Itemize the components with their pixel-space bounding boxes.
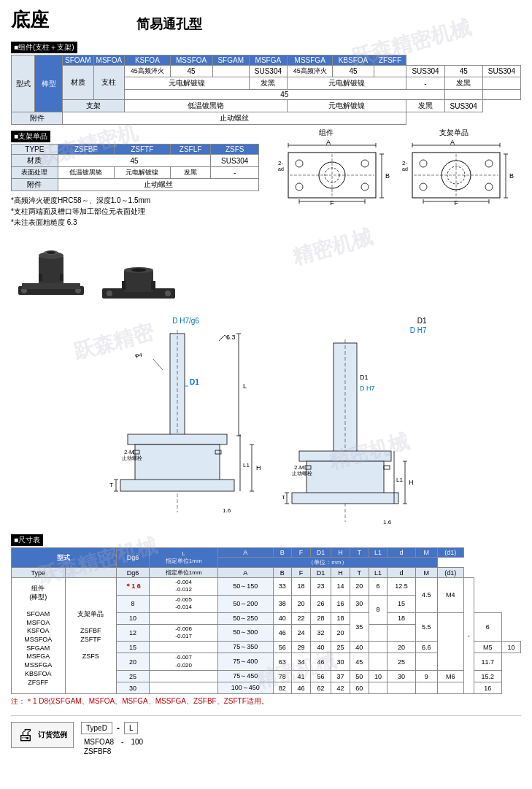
svg-rect-70 <box>135 444 220 481</box>
cell-ZSFLF: ZSFLF <box>170 145 211 155</box>
order-l-label: L <box>129 724 134 732</box>
printer-icon: 🖨 <box>18 726 34 744</box>
svg-rect-69 <box>128 434 227 444</box>
T-row5 <box>369 642 388 653</box>
cell-ZFSFF: ZFSFF <box>374 55 406 66</box>
svg-point-53 <box>485 160 493 167</box>
L-row2: 50～200 <box>218 595 273 612</box>
header-L12: L1 <box>369 568 388 578</box>
header-F: F <box>292 548 311 558</box>
B-row2: 20 <box>292 595 311 612</box>
order-details: TypeD - L MSFOA8 - 100 ZSFBF8 <box>81 722 143 755</box>
header-B2: B <box>273 568 292 578</box>
cell-KBSFOA: KBSFOA <box>333 55 374 66</box>
header-dg6: Dg6 <box>116 548 149 568</box>
H-row2: 30 <box>350 595 369 612</box>
component-cross-svg: 6.3 D1 2-M 止动螺栓 <box>106 326 266 516</box>
L1-row5: 20 <box>388 642 416 653</box>
header-F2: F <box>292 568 311 578</box>
T-row4 <box>369 624 388 642</box>
L1-row8 <box>388 682 416 694</box>
header-type3 <box>65 568 116 578</box>
L1-row7: 30 <box>388 671 416 682</box>
tol-row3 <box>150 612 218 624</box>
order-section: 🖨 订货范例 TypeD - L MSFOA8 - 100 ZSFBF8 <box>11 715 521 755</box>
cell-MSFGA: MSFGA <box>249 55 287 66</box>
cell-accessory-label: 附件 <box>12 112 63 125</box>
svg-point-52 <box>420 160 427 167</box>
cell-45-3: 45 <box>444 66 482 77</box>
svg-text:1.6: 1.6 <box>383 519 392 526</box>
svg-point-55 <box>485 183 493 190</box>
d1-row7: 15.2 <box>474 671 502 682</box>
cell-ZSFTF: ZSFTF <box>114 145 170 155</box>
order-box: 🖨 订货范例 <box>11 722 74 748</box>
svg-text:2-M: 2-M <box>124 449 134 455</box>
B-row5: 29 <box>292 642 311 653</box>
header-l: L指定单位1mm <box>150 548 218 568</box>
L-row7: 75～450 <box>218 671 273 682</box>
tol-row1: -0.004-0.012 <box>150 578 218 596</box>
cell-electroless-2: 元电解镀镍 <box>287 77 406 90</box>
header-T2: T <box>350 568 369 578</box>
F-row8: 62 <box>310 682 331 694</box>
cell-empty3 <box>482 77 520 90</box>
svg-text:D1: D1 <box>190 378 199 386</box>
header-M2: M <box>415 568 437 578</box>
svg-text:6.3: 6.3 <box>226 334 236 341</box>
dg6-row5: 15 <box>116 642 149 653</box>
note2: *支柱两端面及槽口等加工部位元表面处理 <box>11 207 259 217</box>
note3: *未注表面粗糙度 6.3 <box>11 218 259 228</box>
order-label: 订货范例 <box>38 730 67 740</box>
notes-section: *高频淬火硬度HRC58～、深度1.0～1.5mm *支柱两端面及槽口等加工部位… <box>11 196 259 228</box>
cell-MSFOA: MSFOA <box>93 55 125 66</box>
L-row5: 75～350 <box>218 642 273 653</box>
svg-text:H: H <box>256 464 261 472</box>
svg-point-32 <box>361 183 369 190</box>
svg-rect-13 <box>124 270 153 292</box>
cell-sus304-3: SUS304 <box>482 66 520 77</box>
H-row6: 45 <box>350 653 369 671</box>
left-col-group: 组件(棒型)SFOAMMSFOAKSFOAMSSFOASFGAMMSFGAMSS… <box>12 578 66 694</box>
F-row4: 32 <box>310 624 331 642</box>
d1-row5: 10 <box>502 642 521 653</box>
section2: ■支架单品 TYPE ZSFBF ZSFTF ZSFLF ZSFS 材质 45 … <box>11 128 259 314</box>
L1-row1: 12.5 <box>388 578 416 596</box>
cell-sus304-1: SUS304 <box>249 66 287 77</box>
order-example2: ZSFBF8 <box>84 747 143 755</box>
cell-black4: 发黑 <box>170 167 211 179</box>
cell-45-2: 45 <box>333 66 374 77</box>
d-row6 <box>415 653 437 671</box>
header-D1: D1 <box>310 548 331 558</box>
M-row8 <box>437 682 463 694</box>
T-row7: 10 <box>369 671 388 682</box>
svg-text:A: A <box>450 139 454 146</box>
svg-point-31 <box>296 183 303 190</box>
svg-text:1.6: 1.6 <box>223 507 231 514</box>
A-row4: 46 <box>273 624 292 642</box>
cell-sus304-support: SUS304 <box>211 155 259 167</box>
header-type2: Type <box>12 568 66 578</box>
A-row5: 56 <box>273 642 292 653</box>
cell-material-label: 材质 <box>63 66 94 100</box>
component-front-view: A B <box>274 139 390 205</box>
tol-row4: -0.006-0.017 <box>150 624 218 642</box>
cell-SFOAM: SFOAM <box>63 55 94 66</box>
cell-type-label: 型式 <box>12 55 35 112</box>
cell-45-1: 45 <box>170 66 212 77</box>
A-row7: 78 <box>273 671 292 682</box>
section1: ■组件(支柱＋支架) 型式 棒型 SFOAM MSFOA KSFOA MSSFO… <box>11 39 521 125</box>
L1-row6: 25 <box>388 653 416 671</box>
B-row1: 18 <box>292 578 311 596</box>
D1-row8: 42 <box>331 682 350 694</box>
cell-black3: 发黑 <box>406 100 444 112</box>
A-row2: 38 <box>273 595 292 612</box>
svg-text:ad: ad <box>278 166 284 172</box>
tol-row7 <box>150 671 218 682</box>
svg-text:A: A <box>325 139 330 146</box>
d-row7: 9 <box>415 671 437 682</box>
svg-text:D H7: D H7 <box>360 385 375 392</box>
svg-text:B: B <box>385 172 389 180</box>
header-A2: A <box>218 568 273 578</box>
A-row3: 40 <box>273 612 292 624</box>
